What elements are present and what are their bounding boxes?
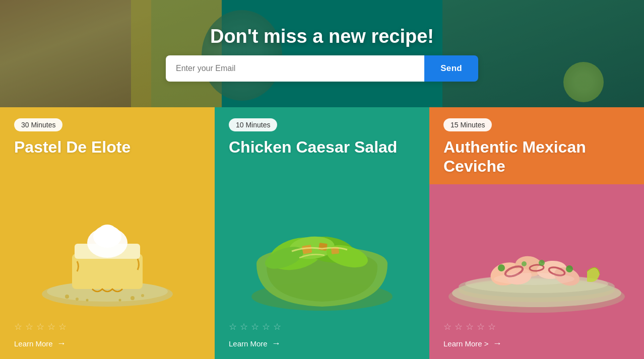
svg-point-9 (131, 296, 135, 300)
svg-point-35 (498, 264, 505, 271)
svg-point-37 (566, 265, 573, 272)
card-3-body (429, 184, 644, 314)
learn-more-link-1[interactable]: Learn More → (14, 338, 201, 349)
stars-2: ☆ ☆ ☆ ☆ ☆ (229, 321, 415, 332)
stars-3: ☆ ☆ ☆ ☆ ☆ (443, 321, 630, 332)
card-title-3: Authentic Mexican Ceviche (443, 137, 630, 176)
svg-point-11 (86, 299, 89, 302)
recipe-cards-grid: 30 Minutes Pastel De Elote (0, 107, 644, 359)
svg-point-12 (119, 299, 121, 302)
card-title-2: Chicken Caesar Salad (229, 137, 415, 157)
time-badge-2: 10 Minutes (229, 118, 277, 131)
svg-point-10 (141, 294, 144, 297)
arrow-icon-2: → (272, 338, 281, 349)
svg-point-39 (494, 273, 574, 285)
svg-point-7 (65, 295, 69, 299)
hero-title: Don't miss a new recipe! (210, 26, 434, 47)
svg-point-38 (522, 261, 527, 266)
svg-rect-20 (318, 243, 328, 251)
email-form: Send (166, 55, 478, 82)
svg-point-36 (539, 260, 545, 266)
hero-content: Don't miss a new recipe! Send (166, 26, 478, 82)
svg-point-6 (98, 225, 116, 239)
food-image-2 (241, 183, 403, 314)
stars-1: ☆ ☆ ☆ ☆ ☆ (14, 321, 201, 332)
recipe-card-1: 30 Minutes Pastel De Elote (0, 107, 215, 359)
food-image-3 (441, 184, 632, 314)
recipe-card-3: 15 Minutes Authentic Mexican Ceviche (429, 107, 644, 359)
arrow-icon-1: → (57, 338, 66, 349)
card-3-header: 15 Minutes Authentic Mexican Ceviche (429, 107, 644, 184)
learn-more-link-2[interactable]: Learn More → (229, 338, 415, 349)
card-title-1: Pastel De Elote (14, 137, 201, 157)
svg-rect-19 (302, 245, 312, 254)
food-image-1 (32, 188, 183, 314)
recipe-card-2: 10 Minutes Chicken Caesar Salad (215, 107, 429, 359)
learn-more-link-3[interactable]: Learn More > → (443, 338, 630, 349)
hero-section: Don't miss a new recipe! Send (0, 0, 644, 107)
arrow-icon-3: → (493, 338, 502, 349)
email-input[interactable] (166, 55, 424, 82)
time-badge-1: 30 Minutes (14, 118, 62, 131)
time-badge-3: 15 Minutes (443, 118, 492, 131)
svg-point-8 (76, 298, 79, 301)
svg-rect-2 (72, 254, 143, 289)
send-button[interactable]: Send (424, 55, 478, 82)
